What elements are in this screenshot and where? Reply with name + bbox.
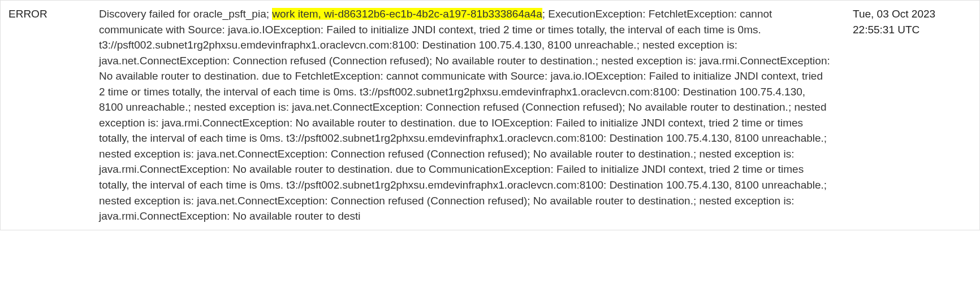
log-level: ERROR	[8, 6, 99, 224]
log-message-post: ; ExecutionException: FetchletException:…	[99, 8, 830, 222]
log-row: ERROR Discovery failed for oracle_psft_p…	[0, 0, 980, 230]
log-timestamp: Tue, 03 Oct 2023 22:55:31 UTC	[853, 6, 972, 224]
log-message-pre: Discovery failed for oracle_psft_pia;	[99, 8, 272, 20]
log-message: Discovery failed for oracle_psft_pia; wo…	[99, 6, 853, 224]
log-message-highlight: work item, wi-d86312b6-ec1b-4b2c-a197-81…	[272, 8, 542, 20]
